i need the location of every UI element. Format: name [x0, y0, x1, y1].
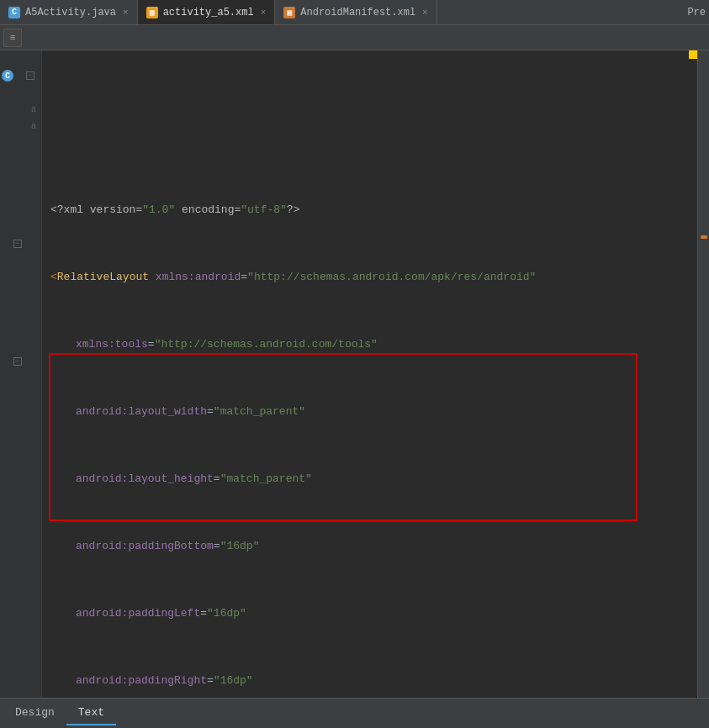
tab-icon-xml: ▦: [146, 7, 158, 18]
gutter-line-20: [0, 370, 41, 387]
gutter-label-attr: a: [31, 105, 36, 114]
gutter-line-7: [0, 151, 41, 168]
code-line-6: android:paddingBottom="16dp": [42, 538, 697, 555]
code-attr-2: xmlns:android: [156, 269, 241, 286]
gutter-line-24: [0, 437, 41, 454]
code-line-5: android:layout_height="match_parent": [42, 471, 697, 488]
tab-label-xml: activity_a5.xml: [163, 7, 254, 18]
tab-label-java: A5Activity.java: [25, 7, 116, 18]
tab-overflow-button[interactable]: Pre: [687, 7, 706, 18]
right-panel: [697, 50, 709, 698]
gutter-line-17: [0, 319, 41, 336]
code-content: <?xml version="1.0" encoding="utf-8"?> <…: [42, 50, 697, 698]
tab-icon-manifest: ▦: [283, 7, 295, 18]
code-line-8: android:paddingRight="16dp": [42, 673, 697, 689]
gutter-line-1: [0, 50, 41, 67]
gutter-line-2: C −: [0, 67, 41, 84]
gutter-line-4: a: [0, 101, 41, 118]
code-line-1: <?xml version="1.0" encoding="utf-8"?>: [42, 202, 697, 219]
gutter-line-8: [0, 168, 41, 185]
gutter-line-26: [0, 471, 41, 488]
gutter-label-attr2: a: [31, 122, 36, 131]
code-bracket-2: <: [50, 269, 57, 286]
tab-bar-right: Pre: [437, 7, 709, 18]
code-area[interactable]: <?xml version="1.0" encoding="utf-8"?> <…: [42, 50, 697, 698]
gutter-line-23: [0, 420, 41, 437]
gutter-line-25: [0, 454, 41, 471]
code-tag-2: RelativeLayout: [57, 269, 149, 286]
fold-icon-19[interactable]: −: [13, 357, 22, 366]
gutter-line-6: [0, 135, 41, 151]
gutter-line-18: [0, 336, 41, 353]
code-plain-2: [149, 269, 156, 286]
tab-close-xml[interactable]: ×: [261, 8, 267, 18]
tab-a5activity[interactable]: C A5Activity.java ×: [0, 0, 138, 24]
toolbar-icon[interactable]: ≡: [3, 29, 22, 47]
tab-activity-xml[interactable]: ▦ activity_a5.xml ×: [138, 0, 276, 24]
editor-container: C − a a − −: [0, 50, 709, 698]
code-val-2: "http://schemas.android.com/apk/res/andr…: [247, 269, 536, 286]
gutter-line-15: [0, 286, 41, 303]
tab-close-java[interactable]: ×: [123, 8, 129, 18]
code-line-2: <RelativeLayout xmlns:android="http://sc…: [42, 269, 697, 286]
gutter-line-30: [0, 538, 41, 555]
gutter: C − a a − −: [0, 50, 42, 698]
toolbar: ≡: [0, 25, 709, 50]
highlight-box: [49, 353, 638, 521]
gutter-line-9: [0, 185, 41, 202]
tab-label-manifest: AndroidManifest.xml: [300, 7, 415, 18]
code-attr-3: xmlns:tools: [76, 336, 148, 353]
gutter-line-16: [0, 303, 41, 319]
code-line-7: android:paddingLeft="16dp": [42, 605, 697, 622]
gutter-line-27: [0, 488, 41, 504]
gutter-line-3: [0, 84, 41, 101]
gutter-line-13: [0, 252, 41, 269]
gutter-line-19: −: [0, 353, 41, 370]
tab-bar: C A5Activity.java × ▦ activity_a5.xml × …: [0, 0, 709, 25]
code-eq-2: =: [241, 269, 247, 286]
tab-design[interactable]: Design: [3, 701, 66, 725]
bottom-bar: Design Text: [0, 698, 709, 728]
gutter-line-21: [0, 387, 41, 404]
code-line-3: xmlns:tools="http://schemas.android.com/…: [42, 336, 697, 353]
gutter-line-11: [0, 219, 41, 235]
gutter-line-5: a: [0, 118, 41, 135]
tab-close-manifest[interactable]: ×: [422, 8, 428, 18]
gutter-line-29: [0, 521, 41, 538]
scroll-position-indicator: [701, 235, 707, 239]
fold-icon-12[interactable]: −: [13, 240, 22, 248]
gutter-line-28: [0, 504, 41, 521]
fold-icon-2[interactable]: −: [26, 71, 34, 80]
xml-pi: <?xml version="1.0" encoding="utf-8"?>: [50, 202, 299, 219]
breakpoint-indicator: C: [2, 70, 13, 82]
yellow-square-indicator: [689, 50, 697, 59]
code-line-4: android:layout_width="match_parent": [42, 404, 697, 420]
gutter-line-12: −: [0, 235, 41, 252]
gutter-line-10: [0, 202, 41, 219]
gutter-line-22: [0, 404, 41, 420]
tab-text[interactable]: Text: [66, 701, 116, 725]
tab-icon-java: C: [8, 7, 20, 18]
gutter-line-14: [0, 269, 41, 286]
tab-manifest[interactable]: ▦ AndroidManifest.xml ×: [275, 0, 437, 24]
